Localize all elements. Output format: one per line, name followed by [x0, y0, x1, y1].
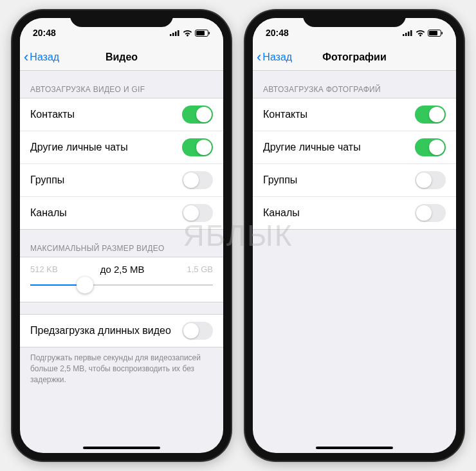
- switch-contacts[interactable]: [415, 106, 446, 124]
- svg-rect-1: [172, 33, 174, 36]
- slider-labels: 512 KB до 2,5 MB 1,5 GB: [30, 264, 213, 275]
- row-contacts: Контакты: [253, 98, 456, 131]
- preload-list: Предзагрузка длинных видео: [20, 314, 223, 347]
- svg-rect-8: [405, 33, 407, 36]
- size-slider[interactable]: [30, 279, 213, 291]
- svg-rect-10: [410, 30, 412, 36]
- switch-preload[interactable]: [182, 322, 213, 340]
- slider-thumb[interactable]: [77, 277, 93, 293]
- section-header-autoload: АВТОЗАГРУЗКА ФОТОГРАФИЙ: [253, 71, 456, 98]
- row-label: Группы: [30, 174, 64, 186]
- back-button[interactable]: ‹ Назад: [253, 50, 292, 64]
- home-indicator[interactable]: [316, 447, 393, 449]
- notch: [70, 10, 173, 27]
- row-channels: Каналы: [253, 197, 456, 229]
- svg-rect-6: [209, 32, 210, 34]
- phone-left: 20:48 ‹ Назад Видео АВТОЗАГРУЗКА ВИДЕО И…: [12, 10, 231, 461]
- row-label: Предзагрузка длинных видео: [30, 325, 171, 337]
- wifi-icon: [416, 30, 425, 37]
- svg-rect-3: [178, 30, 179, 36]
- chevron-left-icon: ‹: [257, 50, 261, 64]
- svg-rect-0: [170, 34, 172, 36]
- nav-bar: ‹ Назад Фотографии: [253, 44, 456, 71]
- row-contacts: Контакты: [20, 98, 223, 131]
- status-time: 20:48: [33, 28, 56, 38]
- switch-private-chats[interactable]: [415, 138, 446, 156]
- back-label: Назад: [30, 51, 59, 63]
- wifi-icon: [183, 30, 192, 37]
- row-channels: Каналы: [20, 197, 223, 229]
- svg-rect-13: [442, 32, 443, 34]
- row-label: Каналы: [30, 207, 67, 219]
- switch-groups[interactable]: [415, 171, 446, 189]
- nav-bar: ‹ Назад Видео: [20, 44, 223, 71]
- switch-private-chats[interactable]: [182, 138, 213, 156]
- status-icons: [170, 30, 210, 37]
- autoload-list: Контакты Другие личные чаты Группы Канал…: [253, 98, 456, 230]
- svg-rect-2: [175, 32, 177, 36]
- row-preload: Предзагрузка длинных видео: [20, 315, 223, 347]
- cellular-icon: [170, 30, 180, 36]
- switch-contacts[interactable]: [182, 106, 213, 124]
- row-label: Другие личные чаты: [30, 142, 128, 153]
- row-groups: Группы: [253, 164, 456, 197]
- svg-rect-9: [408, 32, 410, 36]
- phone-right: 20:48 ‹ Назад Фотографии АВТОЗАГРУЗКА ФО…: [245, 10, 464, 461]
- slider-max: 1,5 GB: [187, 264, 213, 274]
- slider-value: до 2,5 MB: [58, 264, 187, 275]
- switch-groups[interactable]: [182, 171, 213, 189]
- svg-rect-12: [429, 31, 437, 35]
- status-icons: [403, 30, 443, 37]
- notch: [303, 10, 406, 27]
- footnote: Подгружать первые секунды для видеозапис…: [20, 347, 223, 390]
- svg-rect-5: [196, 31, 205, 35]
- status-time: 20:48: [266, 28, 289, 38]
- section-header-max-size: МАКСИМАЛЬНЫЙ РАЗМЕР ВИДЕО: [20, 230, 223, 257]
- back-button[interactable]: ‹ Назад: [20, 50, 59, 64]
- row-private-chats: Другие личные чаты: [20, 131, 223, 164]
- row-private-chats: Другие личные чаты: [253, 131, 456, 164]
- section-header-autoload: АВТОЗАГРУЗКА ВИДЕО И GIF: [20, 71, 223, 98]
- switch-channels[interactable]: [182, 204, 213, 222]
- row-label: Каналы: [263, 207, 300, 219]
- screen: 20:48 ‹ Назад Фотографии АВТОЗАГРУЗКА ФО…: [253, 18, 456, 453]
- slider-min: 512 KB: [30, 264, 58, 274]
- row-label: Контакты: [263, 109, 307, 120]
- row-label: Группы: [263, 174, 297, 186]
- battery-icon: [428, 30, 443, 37]
- switch-channels[interactable]: [415, 204, 446, 222]
- home-indicator[interactable]: [83, 447, 160, 449]
- row-label: Другие личные чаты: [263, 142, 361, 153]
- size-slider-box: 512 KB до 2,5 MB 1,5 GB: [20, 257, 223, 302]
- chevron-left-icon: ‹: [24, 50, 28, 64]
- row-groups: Группы: [20, 164, 223, 197]
- svg-rect-7: [403, 34, 405, 36]
- cellular-icon: [403, 30, 413, 36]
- autoload-list: Контакты Другие личные чаты Группы Канал…: [20, 98, 223, 230]
- back-label: Назад: [262, 51, 292, 63]
- screen: 20:48 ‹ Назад Видео АВТОЗАГРУЗКА ВИДЕО И…: [20, 18, 223, 453]
- battery-icon: [195, 30, 210, 37]
- row-label: Контакты: [30, 109, 75, 120]
